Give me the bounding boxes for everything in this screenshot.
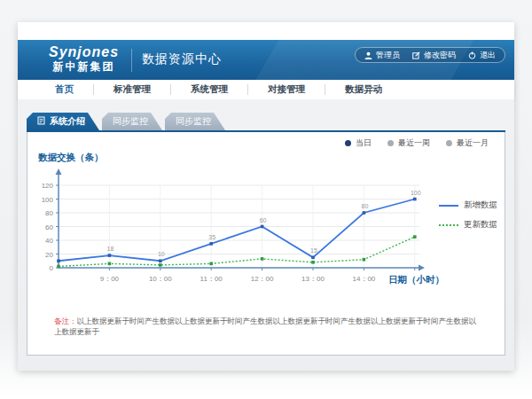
filter-radio-1[interactable]: 最近一周 (387, 137, 430, 149)
nav-item-standard-mgmt[interactable]: 标准管理 (94, 83, 170, 96)
document-icon (37, 116, 45, 127)
x-axis-title: 日期（小时） (388, 274, 444, 286)
content-area: 系统介绍 同步监控 同步监控 当日最近一周最近一月 数据交换（条） 020406… (18, 99, 514, 371)
app-window: Synjones 新中新集团 数据资源中心 管理员 修改密码 (18, 22, 514, 371)
svg-text:13：00: 13：00 (301, 275, 325, 283)
tab-system-intro[interactable]: 系统介绍 (27, 113, 99, 130)
svg-text:10: 10 (158, 251, 165, 257)
svg-text:14：00: 14：00 (353, 275, 376, 283)
radio-unselected-icon (446, 140, 452, 146)
nav-item-system-mgmt[interactable]: 系统管理 (171, 83, 247, 96)
svg-text:20: 20 (45, 251, 53, 259)
filter-label: 最近一周 (398, 137, 430, 149)
svg-text:9：00: 9：00 (100, 275, 120, 283)
tab-label: 系统介绍 (50, 115, 85, 128)
line-chart: 0204060801001209：0010：0011：0012：0013：001… (32, 166, 444, 299)
svg-text:0: 0 (50, 264, 54, 272)
radio-selected-icon (345, 140, 351, 146)
svg-text:80: 80 (362, 203, 369, 209)
change-password-label: 修改密码 (424, 50, 456, 61)
chart-panel: 当日最近一周最近一月 数据交换（条） 0204060801001209：0010… (27, 132, 505, 356)
legend-line-swatch (439, 224, 458, 226)
svg-text:100: 100 (42, 196, 54, 204)
footnote-prefix: 备注： (54, 317, 77, 325)
tab-label: 同步监控 (113, 115, 148, 128)
filter-label: 最近一月 (457, 137, 489, 149)
svg-text:60: 60 (45, 223, 53, 231)
svg-text:18: 18 (107, 246, 114, 252)
svg-text:60: 60 (260, 217, 267, 223)
svg-text:15: 15 (310, 247, 317, 254)
nav-item-interface-mgmt[interactable]: 对接管理 (248, 83, 325, 96)
nav-item-home[interactable]: 首页 (35, 83, 93, 96)
filter-radio-2[interactable]: 最近一月 (446, 137, 489, 149)
time-range-filters: 当日最近一周最近一月 (345, 137, 489, 149)
legend-label: 新增数据 (464, 200, 497, 211)
user-toolbar: 管理员 修改密码 退出 (355, 47, 505, 63)
svg-text:80: 80 (45, 209, 53, 217)
y-axis-title: 数据交换（条） (38, 152, 104, 164)
footnote-text: 以上数据更新于时间产生数据以上数据更新于时间产生数据以上数据更新于时间产生数据以… (54, 317, 476, 336)
header-divider (131, 49, 132, 72)
tab-sync-monitor-2[interactable]: 同步监控 (165, 113, 225, 130)
power-icon (468, 51, 476, 59)
svg-text:11：00: 11：00 (200, 275, 223, 283)
legend-item-0: 新增数据 (439, 200, 497, 211)
svg-text:10：00: 10：00 (149, 275, 172, 283)
svg-text:35: 35 (208, 234, 215, 240)
user-name: 管理员 (376, 50, 400, 61)
tab-strip: 系统介绍 同步监控 同步监控 (27, 113, 225, 130)
tab-label: 同步监控 (176, 115, 211, 128)
filter-label: 当日 (356, 137, 372, 149)
logo-wordmark: Synjones (49, 44, 119, 60)
svg-text:40: 40 (45, 237, 53, 245)
radio-unselected-icon (387, 140, 394, 146)
edit-icon (412, 51, 420, 59)
main-nav: 首页 标准管理 系统管理 对接管理 数据异动 (18, 80, 514, 99)
change-password-button[interactable]: 修改密码 (412, 50, 456, 61)
nav-item-data-change[interactable]: 数据异动 (325, 83, 402, 96)
logout-button[interactable]: 退出 (468, 50, 496, 61)
app-header: Synjones 新中新集团 数据资源中心 管理员 修改密码 (18, 40, 514, 80)
filter-radio-0[interactable]: 当日 (345, 137, 372, 149)
legend-line-swatch (439, 205, 458, 207)
screenshot-stage: Synjones 新中新集团 数据资源中心 管理员 修改密码 (0, 0, 532, 399)
user-menu[interactable]: 管理员 (364, 50, 400, 61)
legend-label: 更新数据 (464, 219, 497, 231)
user-icon (364, 51, 372, 59)
logo-company-name: 新中新集团 (49, 60, 119, 73)
legend-item-1: 更新数据 (439, 219, 497, 231)
app-title: 数据资源中心 (142, 51, 222, 67)
tab-sync-monitor-1[interactable]: 同步监控 (102, 113, 162, 130)
svg-text:120: 120 (42, 182, 54, 190)
svg-text:12：00: 12：00 (251, 275, 274, 283)
company-logo: Synjones 新中新集团 (49, 44, 119, 73)
logout-label: 退出 (480, 50, 496, 61)
footnote: 备注：以上数据更新于时间产生数据以上数据更新于时间产生数据以上数据更新于时间产生… (54, 316, 480, 337)
chart-legend: 新增数据更新数据 (439, 200, 497, 231)
svg-text:100: 100 (411, 190, 421, 196)
